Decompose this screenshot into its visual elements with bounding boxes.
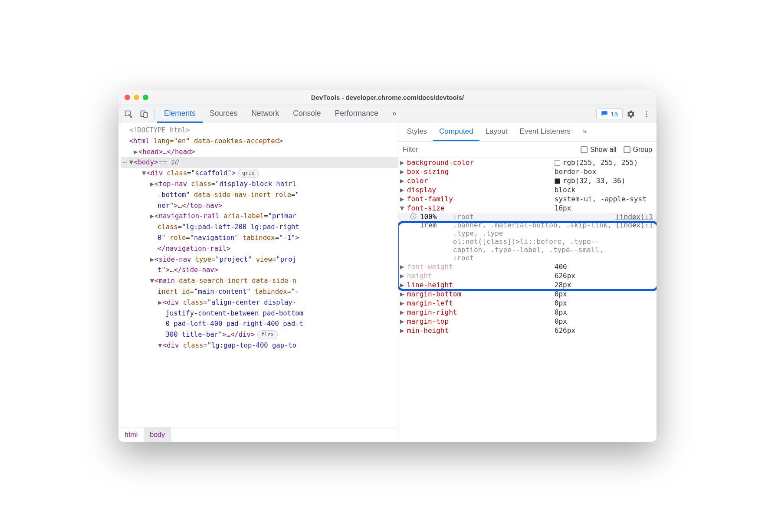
kebab-menu-icon[interactable] [639, 107, 654, 122]
elements-panel: <!DOCTYPE html> <html lang="en" data-coo… [118, 123, 398, 442]
window-title: DevTools - developer.chrome.com/docs/dev… [118, 94, 657, 101]
tab-event-listeners[interactable]: Event Listeners [514, 123, 577, 141]
show-all-checkbox[interactable]: Show all [581, 146, 616, 154]
window-controls [125, 95, 148, 100]
computed-property[interactable]: ▶box-sizingborder-box [398, 167, 657, 176]
computed-property[interactable]: ▶background-colorrgb(255, 255, 255) [398, 158, 657, 167]
devtools-window: DevTools - developer.chrome.com/docs/dev… [118, 90, 657, 442]
computed-property[interactable]: ▶font-familysystem-ui, -apple-syst [398, 194, 657, 204]
svg-rect-2 [144, 112, 147, 117]
content-area: <!DOCTYPE html> <html lang="en" data-coo… [118, 123, 657, 442]
computed-properties[interactable]: ▶background-colorrgb(255, 255, 255)▶box-… [398, 158, 657, 442]
main-tabs: Elements Sources Network Console Perform… [157, 105, 403, 123]
inspect-element-icon[interactable] [121, 107, 136, 122]
styles-sidebar: Styles Computed Layout Event Listeners »… [398, 123, 657, 442]
tab-sources[interactable]: Sources [203, 105, 244, 123]
selected-node-body[interactable]: ⋯▼<body> == $0 [121, 157, 398, 168]
computed-property[interactable]: ▼font-size16px [398, 204, 657, 213]
crumb-body[interactable]: body [144, 427, 171, 442]
divider [154, 109, 154, 119]
minimize-window-button[interactable] [134, 95, 139, 100]
settings-gear-icon[interactable] [624, 107, 638, 122]
crumb-html[interactable]: html [118, 427, 144, 442]
svg-point-3 [646, 111, 647, 112]
style-trace-row[interactable]: 1rem.banner, .material-button, .skip-lin… [398, 221, 657, 262]
group-checkbox[interactable]: Group [624, 146, 652, 154]
issues-count: 15 [611, 110, 618, 118]
more-tabs-icon[interactable]: » [385, 105, 404, 123]
zoom-window-button[interactable] [143, 95, 148, 100]
tab-console[interactable]: Console [286, 105, 328, 123]
computed-property[interactable]: ▶margin-right0px [398, 308, 657, 317]
computed-property[interactable]: ▶margin-bottom0px [398, 289, 657, 299]
filter-input[interactable] [403, 146, 574, 154]
breadcrumb: html body [118, 427, 398, 442]
tab-computed[interactable]: Computed [433, 123, 479, 141]
tab-elements[interactable]: Elements [157, 105, 203, 123]
issues-badge[interactable]: 15 [596, 108, 623, 119]
main-toolbar: Elements Sources Network Console Perform… [118, 105, 657, 123]
svg-point-5 [646, 115, 647, 117]
style-trace-row[interactable]: 100%:root(index):1 [398, 213, 657, 221]
side-tabs: Styles Computed Layout Event Listeners » [398, 123, 657, 141]
tab-layout[interactable]: Layout [479, 123, 514, 141]
computed-property[interactable]: ▶line-height28px [398, 280, 657, 289]
device-toggle-icon[interactable] [137, 107, 151, 122]
titlebar: DevTools - developer.chrome.com/docs/dev… [118, 90, 657, 105]
computed-property[interactable]: ▶height626px [398, 271, 657, 280]
computed-property[interactable]: ▶displayblock [398, 185, 657, 194]
filter-row: Show all Group [398, 141, 657, 158]
computed-property[interactable]: ▶min-height626px [398, 326, 657, 335]
dom-tree[interactable]: <!DOCTYPE html> <html lang="en" data-coo… [118, 123, 398, 427]
computed-property[interactable]: ▶colorrgb(32, 33, 36) [398, 176, 657, 185]
svg-point-4 [646, 113, 647, 115]
tab-styles[interactable]: Styles [401, 123, 433, 141]
more-side-tabs-icon[interactable]: » [577, 123, 593, 141]
computed-property[interactable]: ▶margin-left0px [398, 299, 657, 308]
computed-property[interactable]: ▶font-weight400 [398, 262, 657, 271]
close-window-button[interactable] [125, 95, 130, 100]
tab-network[interactable]: Network [244, 105, 286, 123]
tab-performance[interactable]: Performance [328, 105, 385, 123]
computed-property[interactable]: ▶margin-top0px [398, 317, 657, 326]
